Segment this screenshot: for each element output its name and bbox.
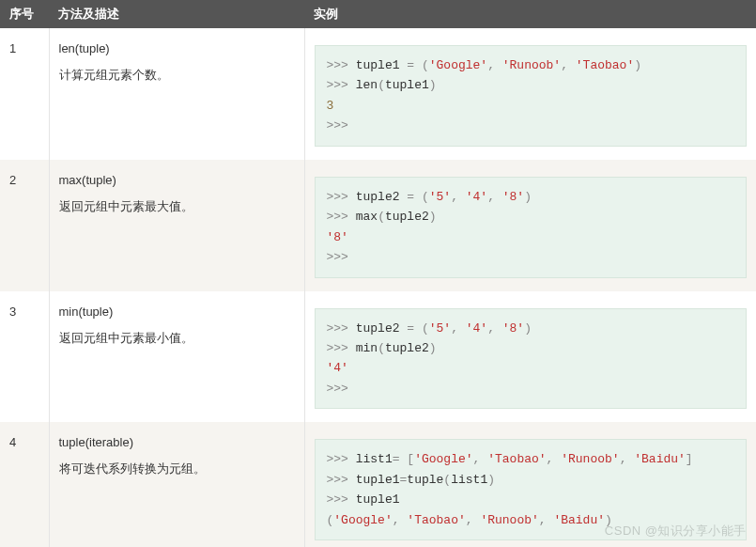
row-number: 4 <box>0 422 49 547</box>
table-row: 3min(tuple)返回元组中元素最小值。>>> tuple2 = ('5',… <box>0 291 756 423</box>
code-block: >>> list1= ['Google', 'Taobao', 'Runoob'… <box>315 439 748 540</box>
code-line: >>> tuple2 = ('5', '4', '8') <box>327 319 735 338</box>
example-cell: >>> tuple1 = ('Google', 'Runoob', 'Taoba… <box>304 28 756 160</box>
method-name: len(tuple) <box>59 41 295 55</box>
table-row: 1len(tuple)计算元组元素个数。>>> tuple1 = ('Googl… <box>0 28 756 160</box>
code-line: >>> max(tuple2) <box>327 207 735 227</box>
table-header-row: 序号 方法及描述 实例 <box>0 0 756 28</box>
tuple-functions-table: 序号 方法及描述 实例 1len(tuple)计算元组元素个数。>>> tupl… <box>0 0 756 547</box>
code-line: '8' <box>327 227 735 247</box>
row-number: 1 <box>0 28 49 160</box>
method-name: tuple(iterable) <box>59 435 295 449</box>
code-line: ('Google', 'Taobao', 'Runoob', 'Baidu') <box>327 510 735 530</box>
code-line: >>> <box>327 247 735 267</box>
method-cell: tuple(iterable)将可迭代系列转换为元组。 <box>49 422 304 547</box>
code-line: >>> <box>327 379 735 399</box>
code-block: >>> tuple2 = ('5', '4', '8')>>> max(tupl… <box>315 177 748 278</box>
table-row: 4tuple(iterable)将可迭代系列转换为元组。>>> list1= [… <box>0 422 756 547</box>
code-line: >>> <box>327 116 735 135</box>
th-num: 序号 <box>0 0 49 28</box>
code-line: '4' <box>327 358 735 378</box>
code-line: >>> min(tuple2) <box>327 338 735 358</box>
th-example: 实例 <box>304 0 756 28</box>
code-block: >>> tuple2 = ('5', '4', '8')>>> min(tupl… <box>315 308 748 410</box>
method-description: 返回元组中元素最小值。 <box>59 328 295 349</box>
method-cell: max(tuple)返回元组中元素最大值。 <box>49 160 304 291</box>
method-cell: len(tuple)计算元组元素个数。 <box>49 28 304 160</box>
code-line: 3 <box>327 96 735 116</box>
example-cell: >>> list1= ['Google', 'Taobao', 'Runoob'… <box>304 422 756 547</box>
table-row: 2max(tuple)返回元组中元素最大值。>>> tuple2 = ('5',… <box>0 160 756 291</box>
th-desc: 方法及描述 <box>49 0 304 28</box>
method-name: min(tuple) <box>59 305 295 319</box>
code-line: >>> tuple1 = ('Google', 'Runoob', 'Taoba… <box>327 55 735 75</box>
method-cell: min(tuple)返回元组中元素最小值。 <box>49 291 304 423</box>
code-line: >>> list1= ['Google', 'Taobao', 'Runoob'… <box>327 449 735 469</box>
code-line: >>> tuple1=tuple(list1) <box>327 470 735 490</box>
code-line: >>> tuple1 <box>327 490 735 509</box>
code-block: >>> tuple1 = ('Google', 'Runoob', 'Taoba… <box>315 45 748 147</box>
code-line: >>> tuple2 = ('5', '4', '8') <box>327 187 735 207</box>
row-number: 2 <box>0 160 49 291</box>
method-description: 计算元组元素个数。 <box>59 65 295 86</box>
method-name: max(tuple) <box>59 173 295 187</box>
row-number: 3 <box>0 291 49 423</box>
code-line: >>> len(tuple1) <box>327 75 735 95</box>
example-cell: >>> tuple2 = ('5', '4', '8')>>> max(tupl… <box>304 160 756 291</box>
example-cell: >>> tuple2 = ('5', '4', '8')>>> min(tupl… <box>304 291 756 423</box>
method-description: 返回元组中元素最大值。 <box>59 196 295 217</box>
method-description: 将可迭代系列转换为元组。 <box>59 459 295 479</box>
